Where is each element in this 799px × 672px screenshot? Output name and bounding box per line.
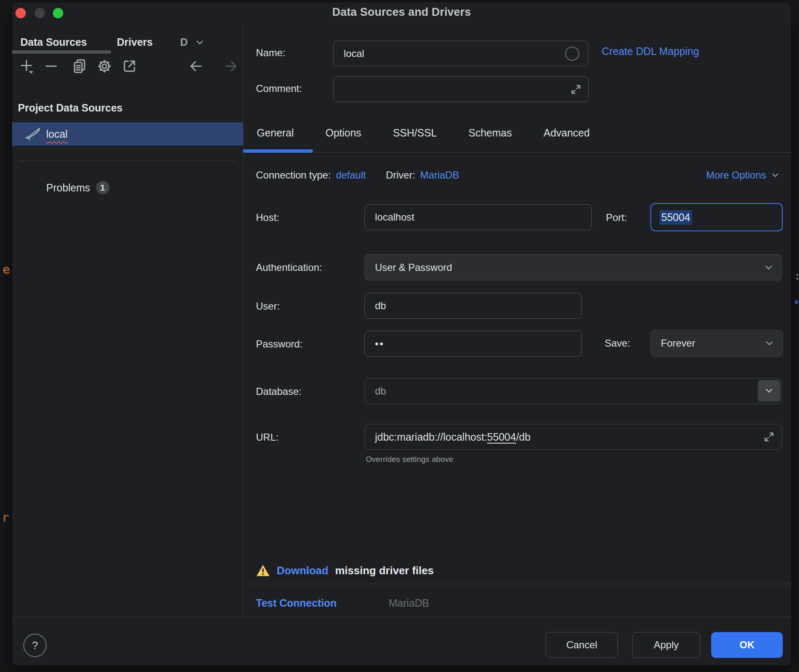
bg-editor-dot	[795, 300, 798, 304]
database-combobox[interactable]: db	[365, 378, 782, 404]
comment-input[interactable]	[333, 77, 589, 102]
help-button[interactable]: ?	[23, 634, 47, 657]
comment-label: Comment:	[256, 83, 302, 94]
forward-arrow-icon[interactable]	[223, 59, 238, 74]
connection-type-row: Connection type: default Driver: MariaDB	[256, 169, 459, 181]
sidebar-tab-strip: Data Sources Drivers D	[20, 36, 205, 48]
connection-type-label: Connection type:	[256, 169, 331, 181]
tab-schemas[interactable]: Schemas	[469, 127, 512, 139]
remove-data-source-icon[interactable]	[44, 59, 59, 74]
problems-label: Problems	[46, 182, 90, 194]
ok-button[interactable]: OK	[711, 632, 783, 658]
download-driver-link[interactable]: Download	[277, 564, 328, 577]
project-data-sources-header: Project Data Sources	[18, 102, 123, 114]
expand-icon[interactable]	[763, 431, 775, 443]
mariadb-seal-icon	[25, 127, 41, 141]
connection-type-link[interactable]: default	[336, 169, 366, 181]
form-tabs-divider	[243, 152, 792, 153]
gear-icon[interactable]	[97, 59, 112, 74]
tab-general[interactable]: General	[257, 127, 294, 139]
divider	[243, 584, 792, 584]
dialog-title: Data Sources and Drivers	[12, 6, 791, 19]
more-options-link[interactable]: More Options	[706, 169, 780, 181]
problems-section[interactable]: Problems 1	[46, 181, 109, 194]
host-label: Host:	[256, 212, 279, 223]
password-label: Password:	[256, 338, 303, 350]
test-connection-row: Test Connection MariaDB	[256, 597, 429, 609]
add-data-source-icon[interactable]	[20, 59, 35, 74]
open-in-new-window-icon[interactable]	[122, 59, 137, 74]
host-value: localhost	[375, 211, 414, 223]
sidebar-section-divider	[20, 161, 236, 161]
database-value: db	[375, 385, 386, 397]
active-tab-underline	[12, 50, 111, 54]
apply-button[interactable]: Apply	[632, 632, 700, 658]
url-input[interactable]: jdbc:mariadb://localhost:55004/db	[365, 424, 782, 450]
save-value: Forever	[661, 337, 695, 349]
url-port-underlined[interactable]: 55004	[487, 431, 516, 443]
port-input-focused[interactable]: 55004	[650, 203, 783, 231]
warning-icon	[256, 564, 270, 577]
duplicate-icon[interactable]	[72, 59, 87, 74]
authentication-value: User & Password	[375, 262, 452, 273]
cancel-button[interactable]: Cancel	[546, 632, 618, 658]
password-dots: ••	[375, 338, 385, 350]
data-source-label: local	[46, 128, 67, 140]
back-arrow-icon[interactable]	[189, 59, 203, 74]
database-label: Database:	[256, 386, 301, 397]
tab-ddl-truncated[interactable]: D	[180, 36, 188, 48]
form-tab-strip: General Options SSH/SSL Schemas Advanced	[257, 127, 590, 139]
data-sources-dialog: Data Sources and Drivers Data Sources Dr…	[12, 2, 792, 666]
sidebar-divider	[243, 26, 243, 617]
user-label: User:	[256, 300, 280, 312]
driver-label: Driver:	[386, 169, 415, 181]
data-source-item-local[interactable]: local	[12, 122, 243, 146]
tab-data-sources[interactable]: Data Sources	[20, 36, 87, 48]
screen: e r :S Data Sources and Drivers Data Sou…	[0, 0, 799, 672]
bg-editor-char: r	[2, 510, 9, 525]
test-connection-link[interactable]: Test Connection	[256, 597, 337, 609]
driver-link[interactable]: MariaDB	[420, 169, 459, 181]
port-value-selected: 55004	[660, 210, 692, 225]
database-dropdown-button[interactable]	[758, 380, 780, 402]
password-input[interactable]: ••	[365, 331, 582, 357]
expand-icon[interactable]	[570, 84, 582, 95]
user-input[interactable]: db	[365, 293, 582, 319]
tab-options[interactable]: Options	[325, 127, 361, 139]
tab-ssh-ssl[interactable]: SSH/SSL	[393, 127, 437, 139]
chevron-down-icon[interactable]	[194, 37, 205, 48]
driver-warning-row: Download missing driver files	[256, 564, 434, 577]
tab-drivers[interactable]: Drivers	[117, 36, 153, 48]
save-label: Save:	[605, 337, 630, 349]
url-hint: Overrides settings above	[366, 455, 453, 464]
chevron-down-icon	[764, 338, 775, 349]
progress-ring-icon	[565, 47, 579, 61]
authentication-select[interactable]: User & Password	[365, 254, 782, 280]
user-value: db	[375, 300, 386, 312]
bg-editor-char: :S	[794, 270, 799, 282]
url-label: URL:	[256, 431, 279, 443]
help-glyph: ?	[32, 639, 38, 652]
name-value: local	[344, 48, 364, 60]
create-ddl-mapping-link[interactable]: Create DDL Mapping	[602, 45, 699, 57]
problems-count-badge: 1	[96, 181, 109, 194]
name-label: Name:	[256, 47, 285, 59]
port-label: Port:	[606, 212, 627, 223]
authentication-label: Authentication:	[256, 262, 322, 273]
warning-text: missing driver files	[335, 564, 434, 577]
bg-editor-char: e	[2, 262, 10, 277]
name-input[interactable]: local	[333, 41, 588, 66]
active-form-tab-indicator	[243, 149, 313, 153]
chevron-down-icon	[763, 262, 774, 273]
tab-advanced[interactable]: Advanced	[543, 127, 590, 139]
host-input[interactable]: localhost	[365, 204, 592, 230]
test-connection-driver: MariaDB	[389, 597, 429, 609]
url-value: jdbc:mariadb://localhost:55004/db	[375, 431, 531, 443]
save-select[interactable]: Forever	[650, 330, 783, 357]
footer-divider	[12, 617, 792, 617]
more-options-label: More Options	[706, 169, 766, 181]
